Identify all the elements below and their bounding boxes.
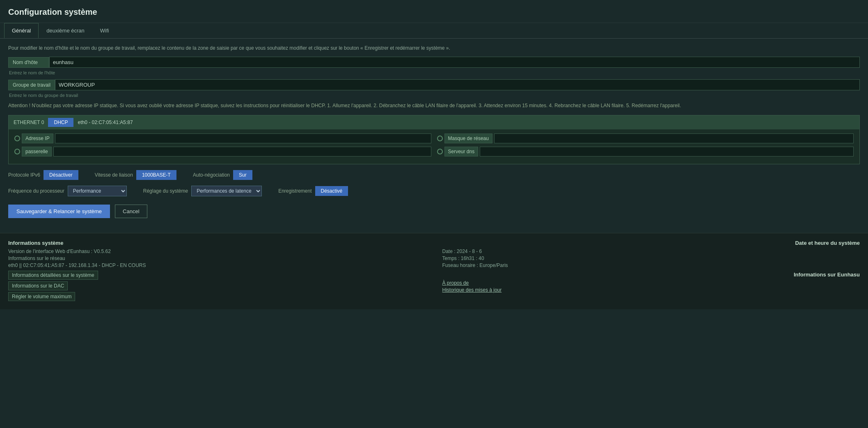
link-speed-button[interactable]: 1000BASE-T bbox=[136, 170, 176, 180]
hostname-label: Nom d'hôte bbox=[8, 57, 49, 68]
actions-row: Sauvegarder & Relancer le système Cancel bbox=[8, 205, 860, 218]
settings-row-2: Fréquence du processeur Performance Écon… bbox=[8, 186, 860, 196]
dns-field: Serveur dns bbox=[437, 147, 854, 156]
cpu-freq-group: Fréquence du processeur Performance Écon… bbox=[8, 186, 127, 196]
footer-system-title: Informations système bbox=[8, 240, 426, 246]
ethernet-label: ETHERNET 0 bbox=[14, 120, 44, 125]
logging-button[interactable]: Désactivé bbox=[315, 186, 348, 196]
gateway-radio[interactable] bbox=[14, 149, 20, 154]
tabs-bar: Général deuxième écran Wifi bbox=[0, 23, 868, 39]
ipv6-group: Protocole IPv6 Désactiver bbox=[8, 170, 78, 180]
link-speed-label: Vitesse de liaison bbox=[95, 172, 133, 178]
network-fields: Adresse IP Masque de réseau passerelle bbox=[9, 129, 859, 164]
footer-datetime-title: Date et heure du système bbox=[442, 240, 860, 246]
cancel-button[interactable]: Cancel bbox=[115, 205, 147, 218]
logging-group: Enregistrement Désactivé bbox=[278, 186, 348, 196]
auto-neg-button[interactable]: Sur bbox=[233, 170, 252, 180]
gw-dns-row: passerelle Serveur dns bbox=[14, 147, 854, 156]
logging-label: Enregistrement bbox=[278, 188, 311, 194]
footer-link-details[interactable]: Informations détaillées sur le système bbox=[8, 271, 98, 280]
ethernet-header: ETHERNET 0 DHCP eth0 - 02:C7:05:41:A5:87 bbox=[9, 115, 859, 129]
mask-input[interactable] bbox=[494, 133, 854, 143]
hostname-row: Nom d'hôte bbox=[8, 57, 860, 68]
save-button[interactable]: Sauvegarder & Relancer le système bbox=[8, 205, 110, 218]
gateway-input[interactable] bbox=[53, 147, 431, 156]
footer-time: Temps : 16h31 : 40 bbox=[442, 255, 860, 261]
gateway-field: passerelle bbox=[14, 147, 431, 156]
ip-mask-row: Adresse IP Masque de réseau bbox=[14, 133, 854, 143]
dns-label: Serveur dns bbox=[444, 147, 479, 156]
dhcp-button[interactable]: DHCP bbox=[48, 118, 73, 127]
footer-about[interactable]: À propos de bbox=[442, 280, 860, 286]
footer-timezone: Fuseau horaire : Europe/Paris bbox=[442, 262, 860, 268]
gateway-label: passerelle bbox=[22, 147, 52, 156]
hostname-helper: Entrez le nom de l'hôte bbox=[8, 70, 860, 75]
footer-datetime: Date et heure du système Date : 2024 - 8… bbox=[442, 240, 860, 303]
footer-eunhasu-title: Informations sur Eunhasu bbox=[442, 272, 860, 278]
ipv6-button[interactable]: Désactiver bbox=[44, 170, 78, 180]
auto-neg-label: Auto-négociation bbox=[193, 172, 230, 178]
settings-row-1: Protocole IPv6 Désactiver Vitesse de lia… bbox=[8, 170, 860, 180]
dns-radio[interactable] bbox=[437, 149, 443, 154]
link-speed-group: Vitesse de liaison 1000BASE-T bbox=[95, 170, 176, 180]
page-header: Configuration système Général deuxième é… bbox=[0, 0, 868, 39]
ipv6-label: Protocole IPv6 bbox=[8, 172, 40, 178]
dns-input[interactable] bbox=[480, 147, 854, 156]
footer-version: Version de l'interface Web d'Eunhasu : V… bbox=[8, 249, 426, 254]
sys-tuning-select[interactable]: Performances de latence Économie d'énerg… bbox=[191, 186, 262, 196]
ip-field: Adresse IP bbox=[14, 133, 431, 143]
page-title: Configuration système bbox=[8, 7, 860, 17]
workgroup-row: Groupe de travail bbox=[8, 79, 860, 90]
footer-network-label: Informations sur le réseau bbox=[8, 255, 426, 261]
footer-eth-info: eth0 || 02:C7:05:41:A5:87 - 192.168.1.34… bbox=[8, 262, 426, 268]
cpu-freq-select-wrap: Performance Économie d'énergie À la dema… bbox=[68, 186, 127, 196]
mask-label: Masque de réseau bbox=[444, 133, 492, 143]
auto-neg-group: Auto-négociation Sur bbox=[193, 170, 252, 180]
workgroup-label: Groupe de travail bbox=[8, 80, 55, 90]
sys-tuning-group: Réglage du système Performances de laten… bbox=[143, 186, 262, 196]
footer-updates[interactable]: Historique des mises à jour bbox=[442, 287, 860, 293]
workgroup-helper: Entrez le nom du groupe de travail bbox=[8, 93, 860, 98]
hostname-input[interactable] bbox=[49, 57, 860, 68]
cpu-freq-select[interactable]: Performance Économie d'énergie À la dema… bbox=[68, 186, 127, 196]
footer-system-info: Informations système Version de l'interf… bbox=[8, 240, 426, 303]
footer-links: Informations détaillées sur le système I… bbox=[8, 271, 426, 303]
instructions-text: Pour modifier le nom d'hôte et le nom du… bbox=[8, 45, 860, 51]
workgroup-input[interactable] bbox=[55, 79, 860, 90]
ethernet-box: ETHERNET 0 DHCP eth0 - 02:C7:05:41:A5:87… bbox=[8, 115, 860, 164]
sys-tuning-select-wrap: Performances de latence Économie d'énerg… bbox=[191, 186, 262, 196]
warning-text: Attention ! N'oubliez pas votre adresse … bbox=[8, 102, 860, 109]
tab-second-screen[interactable]: deuxième écran bbox=[39, 23, 92, 38]
footer-link-volume[interactable]: Régler le volume maximum bbox=[8, 292, 75, 301]
sys-tuning-label: Réglage du système bbox=[143, 188, 188, 194]
mask-field: Masque de réseau bbox=[437, 133, 854, 143]
tab-wifi[interactable]: Wifi bbox=[92, 23, 117, 38]
footer-date: Date : 2024 - 8 - 6 bbox=[442, 249, 860, 254]
cpu-freq-label: Fréquence du processeur bbox=[8, 188, 64, 194]
footer: Informations système Version de l'interf… bbox=[0, 233, 868, 309]
ip-radio[interactable] bbox=[14, 136, 20, 141]
mask-radio[interactable] bbox=[437, 136, 443, 141]
mac-address: eth0 - 02:C7:05:41:A5:87 bbox=[78, 120, 133, 125]
main-content: Pour modifier le nom d'hôte et le nom du… bbox=[0, 39, 868, 233]
ip-label: Adresse IP bbox=[22, 133, 53, 143]
footer-link-dac[interactable]: Informations sur le DAC bbox=[8, 281, 68, 290]
tab-general[interactable]: Général bbox=[4, 23, 39, 38]
ip-input[interactable] bbox=[55, 133, 431, 143]
